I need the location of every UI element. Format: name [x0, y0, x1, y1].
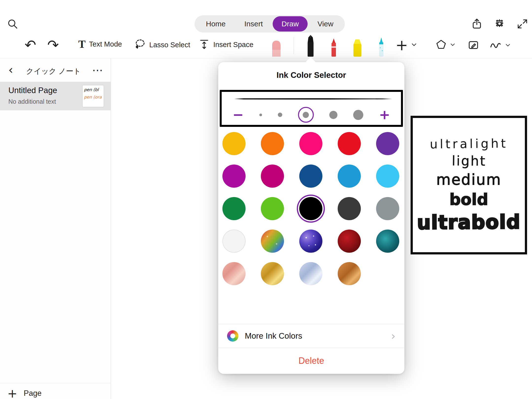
ink-color-red[interactable]: [338, 132, 361, 155]
tab-home[interactable]: Home: [197, 16, 234, 32]
ink-color-gold-yellow[interactable]: [222, 132, 246, 155]
ink-color-grid: [222, 132, 399, 285]
stroke-size-option[interactable]: [353, 110, 363, 120]
tab-draw[interactable]: Draw: [273, 16, 308, 32]
increase-size-button[interactable]: +: [379, 108, 390, 121]
chevron-right-icon: ›: [391, 330, 396, 342]
stroke-sample-ultrabold: ultrabold: [417, 211, 521, 234]
ink-color-purple[interactable]: [376, 132, 399, 155]
ink-color-red-marble[interactable]: [338, 230, 361, 253]
plus-icon: +: [7, 386, 17, 399]
insert-space-icon: [199, 38, 210, 51]
add-page-button[interactable]: + Page: [7, 386, 42, 399]
ink-color-light-green[interactable]: [261, 197, 284, 220]
settings-gear-icon[interactable]: [494, 18, 505, 30]
ink-color-bronze[interactable]: [338, 262, 361, 285]
ink-color-rose-gold[interactable]: [222, 262, 246, 285]
stroke-thickness-panel: − +: [220, 90, 403, 127]
more-ink-colors-row[interactable]: More Ink Colors ›: [218, 324, 404, 348]
ink-color-dark-pink[interactable]: [261, 165, 284, 188]
stroke-size-option[interactable]: [259, 114, 262, 116]
toolbar-divider: [294, 37, 294, 54]
page-title: Untitled Page: [8, 86, 57, 95]
squiggle-icon: [489, 39, 502, 52]
lasso-icon: [134, 38, 146, 51]
more-options-icon[interactable]: ⋯: [92, 64, 103, 76]
stroke-sample-medium: medium: [436, 171, 501, 188]
pentagon-shape-icon: [435, 39, 447, 51]
eraser-tool[interactable]: [270, 39, 282, 57]
section-title: クイック ノート: [26, 66, 81, 76]
more-ink-colors-label: More Ink Colors: [245, 331, 391, 341]
thumbnail-text-1: pen (bl: [84, 87, 102, 92]
delete-pen-button[interactable]: Delete: [218, 348, 404, 374]
ribbon-tabs: Home Insert Draw View: [195, 15, 345, 33]
add-pen-button[interactable]: +: [396, 36, 417, 54]
stroke-size-option[interactable]: [278, 113, 282, 117]
ink-replay-button[interactable]: [489, 39, 510, 52]
ink-color-silver[interactable]: [299, 262, 322, 285]
tab-view[interactable]: View: [309, 16, 342, 32]
text-mode-label: Text Mode: [89, 40, 122, 48]
add-page-label: Page: [24, 389, 41, 398]
pen-red-tool[interactable]: [329, 38, 338, 57]
chevron-down-icon: [450, 43, 455, 47]
stroke-preview: [234, 98, 392, 100]
ink-color-dark-gray[interactable]: [338, 197, 361, 220]
ink-color-white[interactable]: [222, 230, 246, 253]
ink-color-black[interactable]: [299, 197, 322, 220]
page-thumbnail: pen (bl pen (ora: [82, 85, 104, 107]
decrease-size-button[interactable]: −: [233, 108, 244, 121]
ink-color-pink[interactable]: [299, 132, 322, 155]
shapes-button[interactable]: [435, 39, 455, 51]
sidebar-footer-divider: [0, 383, 111, 383]
stroke-size-option-selected[interactable]: [298, 107, 314, 123]
redo-icon[interactable]: ↷: [47, 37, 59, 53]
chevron-down-icon: [505, 43, 510, 48]
ink-color-gray[interactable]: [376, 197, 399, 220]
thumbnail-text-2: pen (ora: [84, 95, 102, 100]
insert-space-label: Insert Space: [213, 41, 253, 49]
ink-color-rainbow-glitter[interactable]: [261, 230, 284, 253]
stroke-sample-ultralight: ultralight: [430, 136, 508, 151]
ink-color-magenta[interactable]: [222, 165, 246, 188]
lasso-select-button[interactable]: Lasso Select: [134, 38, 190, 51]
ink-color-galaxy[interactable]: [299, 230, 322, 253]
back-chevron-icon[interactable]: ‹: [8, 63, 13, 77]
ink-color-selector-popover: Ink Color Selector − + More Ink Colors ›…: [218, 62, 404, 374]
color-wheel-icon: [227, 330, 238, 342]
text-mode-icon: T: [78, 38, 85, 50]
stroke-sample-light: light: [451, 153, 486, 169]
fullscreen-expand-icon[interactable]: [517, 18, 528, 30]
stroke-sample-bold: bold: [449, 191, 488, 209]
ink-note-icon[interactable]: [467, 39, 479, 51]
ink-color-green[interactable]: [222, 197, 246, 220]
highlighter-yellow-tool[interactable]: [352, 39, 363, 57]
stroke-size-option[interactable]: [329, 111, 337, 119]
tab-insert[interactable]: Insert: [235, 16, 272, 32]
notebook-sidebar: ‹ クイック ノート ⋯ Untitled Page No additional…: [0, 58, 111, 399]
pen-black-tool[interactable]: [305, 35, 316, 57]
text-mode-button[interactable]: T Text Mode: [78, 38, 122, 50]
share-icon[interactable]: [471, 18, 483, 30]
undo-icon[interactable]: ↶: [25, 37, 36, 53]
ink-color-orange[interactable]: [261, 132, 284, 155]
pen-teal-tool[interactable]: [377, 37, 386, 57]
insert-space-button[interactable]: Insert Space: [199, 38, 253, 51]
delete-label: Delete: [299, 356, 324, 366]
stroke-weight-sample-box: ultralightlightmediumboldultrabold: [411, 116, 527, 254]
ink-color-gold[interactable]: [261, 262, 284, 285]
search-icon[interactable]: [7, 18, 18, 30]
popover-title: Ink Color Selector: [218, 70, 404, 80]
stroke-size-row: − +: [222, 105, 401, 125]
lasso-label: Lasso Select: [149, 41, 190, 49]
ink-color-light-blue[interactable]: [376, 165, 399, 188]
ink-color-teal-marble[interactable]: [376, 230, 399, 253]
plus-icon: +: [396, 36, 408, 54]
chevron-down-icon: [411, 43, 417, 48]
page-subtitle: No additional text: [8, 98, 56, 105]
page-list-item[interactable]: Untitled Page No additional text pen (bl…: [0, 82, 111, 110]
ink-color-blue[interactable]: [338, 165, 361, 188]
ink-color-dark-blue[interactable]: [299, 165, 322, 188]
